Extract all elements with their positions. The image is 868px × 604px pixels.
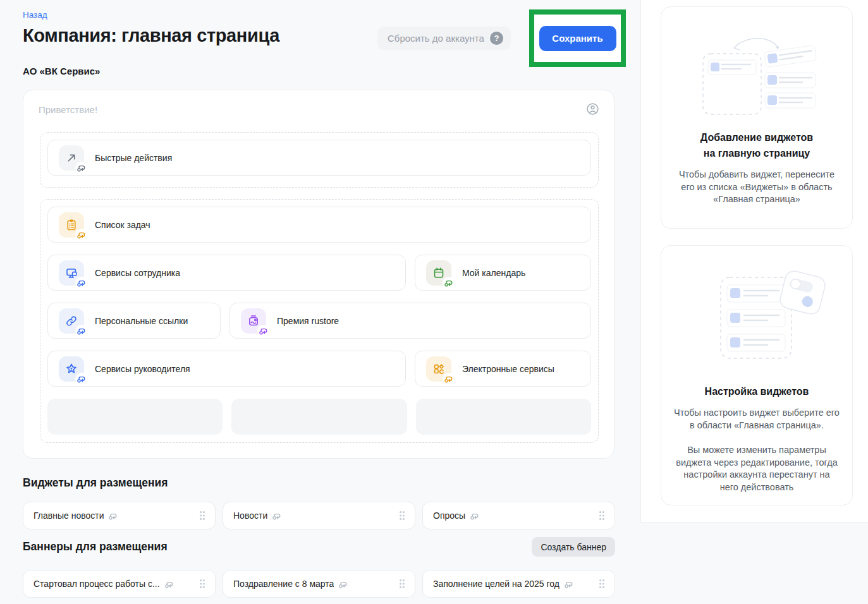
add-widgets-illustration [674, 25, 840, 121]
card-label: Поздравление с 8 марта [233, 579, 334, 589]
clipboard-list-icon [59, 212, 84, 238]
card-label: Заполнение целей на 2025 год [433, 579, 559, 589]
reset-to-account-button[interactable]: Сбросить до аккаунта ? [377, 27, 511, 50]
account-link-icon [565, 580, 573, 588]
account-link-icon [165, 580, 174, 588]
card-label: Главные новости [34, 510, 104, 521]
widgets-list: Главные новости Новости Опросы [23, 502, 615, 529]
widget-label: Сервисы руководителя [95, 364, 190, 374]
account-link-icon [75, 162, 87, 174]
sidebar-card-add-widgets: Добавление виджетов на главную страницу … [661, 6, 853, 229]
shapes-grid-icon [426, 356, 451, 382]
sidebar-card-body: Чтобы настроить виджет выберите его в об… [674, 407, 840, 432]
greeting-placeholder[interactable]: Приветствие! [39, 104, 97, 115]
drag-handle-icon[interactable] [198, 508, 207, 523]
drag-handle-icon[interactable] [398, 508, 406, 523]
user-circle-icon[interactable] [585, 102, 600, 119]
account-link-icon [443, 373, 455, 385]
widget-my-calendar[interactable]: Мой календарь [415, 255, 591, 291]
help-sidebar: Добавление виджетов на главную страницу … [640, 0, 868, 522]
chain-link-icon [59, 308, 84, 334]
drag-handle-icon[interactable] [398, 576, 406, 591]
card-label: Новости [233, 510, 267, 521]
banner-card-process-start[interactable]: Стартовал процесс работы с... [23, 570, 216, 598]
create-banner-button[interactable]: Создать баннер [532, 537, 615, 557]
account-link-icon [109, 512, 118, 520]
drag-handle-icon[interactable] [597, 576, 606, 591]
account-link-icon [75, 229, 87, 241]
arrow-up-right-icon [59, 145, 84, 171]
account-link-icon [443, 277, 455, 289]
widget-label: Быстрые действия [95, 153, 172, 163]
widget-rustore-award[interactable]: Премия rustore [229, 303, 591, 339]
account-link-icon [75, 373, 87, 385]
sidebar-card-title: Добавление виджетов на главную страницу [674, 130, 840, 161]
account-link-icon [75, 325, 87, 337]
widget-label: Список задач [95, 220, 150, 230]
page-title: Компания: главная страница [23, 25, 279, 46]
banners-section-header: Баннеры для размещения Создать баннер [23, 537, 615, 557]
widget-label: Мой календарь [462, 268, 525, 278]
card-label: Опросы [433, 510, 465, 521]
save-button-highlight: Сохранить [529, 9, 626, 67]
quick-actions-dropzone: Быстрые действия [40, 132, 599, 188]
widget-label: Сервисы сотрудника [95, 268, 180, 278]
widget-personal-links[interactable]: Персональные ссылки [47, 303, 221, 339]
drag-handle-icon[interactable] [597, 508, 606, 523]
widget-manager-services[interactable]: Сервисы руководителя [47, 351, 406, 387]
reset-button-label: Сбросить до аккаунта [388, 33, 484, 44]
account-link-icon [470, 512, 479, 520]
save-button[interactable]: Сохранить [539, 26, 616, 51]
picture-icon [241, 308, 266, 334]
account-link-icon [339, 580, 348, 588]
banners-section-title: Баннеры для размещения [23, 540, 168, 553]
account-link-icon [75, 277, 87, 289]
empty-widget-slot [231, 399, 406, 435]
configure-widgets-illustration [674, 263, 840, 375]
widgets-section-title: Виджеты для размещения [23, 476, 168, 490]
banners-list: Стартовал процесс работы с... Поздравлен… [23, 570, 615, 598]
widget-label: Персональные ссылки [95, 316, 188, 326]
empty-widget-slot [416, 399, 591, 435]
sidebar-card-configure-widgets: Настройка виджетов Чтобы настроить видже… [661, 245, 853, 505]
star-person-icon [59, 356, 84, 382]
banner-card-goals-2025[interactable]: Заполнение целей на 2025 год [422, 570, 615, 598]
sidebar-card-body: Вы можете изменить параметры виджета чер… [674, 444, 840, 493]
widget-electronic-services[interactable]: Электронные сервисы [415, 351, 591, 387]
monitor-icon [59, 260, 84, 286]
account-link-icon [257, 325, 269, 337]
banner-card-march-8[interactable]: Поздравление с 8 марта [223, 570, 415, 598]
widget-task-list[interactable]: Список задач [47, 207, 591, 243]
account-link-icon [272, 512, 281, 520]
back-link[interactable]: Назад [23, 10, 47, 20]
homepage-canvas: Приветствие! Быстрые действия [23, 90, 614, 459]
widget-employee-services[interactable]: Сервисы сотрудника [47, 255, 406, 291]
widget-card-main-news[interactable]: Главные новости [23, 502, 216, 529]
calendar-icon [426, 260, 451, 286]
widgets-dropzone: Список задач Сервисы сотрудника [40, 199, 599, 443]
question-circle-icon[interactable]: ? [490, 32, 503, 45]
empty-widget-slot [47, 399, 223, 435]
drag-handle-icon[interactable] [198, 576, 207, 591]
card-label: Стартовал процесс работы с... [34, 579, 160, 589]
widget-quick-actions[interactable]: Быстрые действия [47, 140, 591, 176]
widget-label: Электронные сервисы [462, 364, 554, 374]
sidebar-card-title: Настройка виджетов [674, 384, 840, 399]
sidebar-card-body: Чтобы добавить виджет, перенесите его из… [674, 169, 840, 206]
widget-label: Премия rustore [277, 316, 339, 326]
company-name: АО «ВК Сервис» [23, 66, 100, 76]
widget-card-polls[interactable]: Опросы [422, 502, 615, 529]
widget-card-news[interactable]: Новости [223, 502, 415, 529]
